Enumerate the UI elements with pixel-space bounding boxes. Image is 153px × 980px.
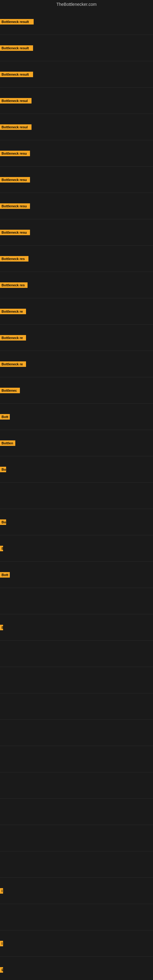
bottleneck-result-label: Bottleneck resul bbox=[0, 98, 32, 103]
bar-row bbox=[0, 641, 153, 667]
bar-row: Bottleneck resul bbox=[0, 88, 153, 114]
bar-row bbox=[0, 772, 153, 799]
bar-row: Bottleneck resu bbox=[0, 193, 153, 219]
bottleneck-result-label: I bbox=[0, 941, 3, 946]
bar-row: Bottleneck resul bbox=[0, 114, 153, 140]
bottleneck-result-label: Bottlenec bbox=[0, 388, 20, 393]
bar-row: Bottleneck result bbox=[0, 9, 153, 35]
bottleneck-result-label: Bottleneck resu bbox=[0, 204, 30, 209]
bottleneck-result-label: Bo bbox=[0, 467, 6, 472]
bar-row: Bottleneck re bbox=[0, 298, 153, 325]
bar-row: Bottlenec bbox=[0, 377, 153, 404]
bar-row bbox=[0, 904, 153, 931]
bar-row: Bo bbox=[0, 456, 153, 483]
bar-row: Bottleneck resu bbox=[0, 167, 153, 193]
bottleneck-result-label: Bottleneck result bbox=[0, 72, 33, 77]
bar-row: E bbox=[0, 957, 153, 980]
bar-row: B bbox=[0, 614, 153, 641]
bar-row bbox=[0, 720, 153, 746]
bottleneck-result-label: Bottleneck result bbox=[0, 45, 33, 51]
bottleneck-result-label: Bottleneck resul bbox=[0, 124, 32, 130]
bottleneck-result-label: Bottlen bbox=[0, 441, 15, 446]
bottleneck-result-label: Bott bbox=[0, 414, 10, 420]
bottleneck-result-label: B bbox=[0, 546, 3, 551]
bottleneck-result-label: Bottleneck re bbox=[0, 335, 26, 340]
bar-row: Bott bbox=[0, 562, 153, 588]
bottleneck-result-label: Bott bbox=[0, 572, 10, 578]
bar-row: B bbox=[0, 535, 153, 562]
bar-row: Bottleneck re bbox=[0, 325, 153, 351]
bars-container: Bottleneck resultBottleneck resultBottle… bbox=[0, 9, 153, 980]
bar-row bbox=[0, 799, 153, 825]
bar-row bbox=[0, 588, 153, 614]
bottleneck-result-label: Bottleneck resu bbox=[0, 151, 30, 156]
bottleneck-result-label: Bottleneck re bbox=[0, 361, 26, 367]
bar-row: Bott bbox=[0, 404, 153, 430]
bar-row: I bbox=[0, 931, 153, 957]
bar-row: I bbox=[0, 878, 153, 904]
bar-row: Bottleneck resu bbox=[0, 219, 153, 246]
bar-row: Bottleneck result bbox=[0, 35, 153, 61]
bottleneck-result-label: Bottleneck resu bbox=[0, 230, 30, 235]
bar-row bbox=[0, 694, 153, 720]
bottleneck-result-label: E bbox=[0, 967, 3, 973]
bar-row: Bottleneck result bbox=[0, 61, 153, 88]
bar-row bbox=[0, 825, 153, 851]
bottleneck-result-label: Bo bbox=[0, 519, 6, 525]
bar-row: Bottleneck resu bbox=[0, 140, 153, 167]
bar-row: Bottleneck re bbox=[0, 351, 153, 377]
site-title: TheBottlenecker.com bbox=[0, 0, 153, 9]
bottleneck-result-label: Bottleneck res bbox=[0, 282, 27, 288]
bar-row: Bottleneck res bbox=[0, 272, 153, 298]
bottleneck-result-label: B bbox=[0, 625, 3, 630]
bottleneck-result-label: Bottleneck result bbox=[0, 19, 33, 24]
bottleneck-result-label: Bottleneck re bbox=[0, 309, 26, 314]
bar-row bbox=[0, 667, 153, 694]
bar-row bbox=[0, 746, 153, 772]
bar-row bbox=[0, 851, 153, 878]
bar-row: Bottlen bbox=[0, 430, 153, 456]
bar-row bbox=[0, 483, 153, 509]
bottleneck-result-label: Bottleneck resu bbox=[0, 177, 30, 183]
bottleneck-result-label: Bottleneck res bbox=[0, 256, 29, 261]
bottleneck-result-label: I bbox=[0, 888, 3, 894]
bar-row: Bottleneck res bbox=[0, 246, 153, 272]
bar-row: Bo bbox=[0, 509, 153, 535]
